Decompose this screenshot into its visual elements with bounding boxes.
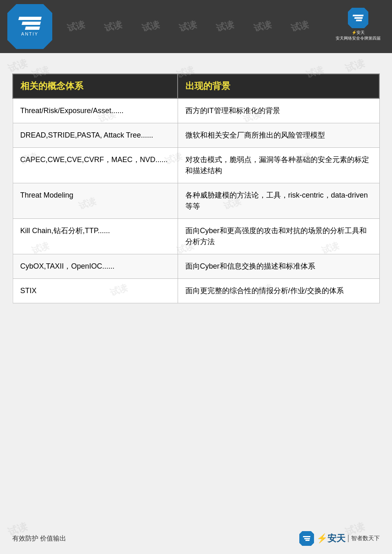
- table-header-row: 相关的概念体系 出现的背景: [13, 74, 379, 98]
- header-watermark-3: 试读: [140, 18, 160, 35]
- table-cell-col1-1: DREAD,STRIDE,PASTA, Attack Tree......: [13, 123, 178, 148]
- table-row: Kill Chain,钻石分析,TTP......面向Cyber和更高强度的攻击…: [13, 219, 379, 254]
- table-cell-col2-5: 面向Cyber和信息交换的描述和标准体系: [178, 254, 379, 279]
- table-cell-col2-3: 各种威胁建模的方法论，工具，risk-centric，data-driven等等: [178, 183, 379, 219]
- badge-line1: ⚡安天: [336, 30, 381, 36]
- header-watermark-7: 试读: [290, 18, 310, 35]
- table-row: STIX面向更完整的综合性的情报分析/作业/交换的体系: [13, 279, 379, 303]
- footer-brand: ⚡安天: [316, 532, 345, 545]
- table-row: Threat Modeling各种威胁建模的方法论，工具，risk-centri…: [13, 183, 379, 219]
- table-row: CAPEC,CWE,CVE,CVRF，MAEC，NVD......对攻击模式，脆…: [13, 148, 379, 183]
- table-row: CybOX,TAXII，OpenIOC......面向Cyber和信息交换的描述…: [13, 254, 379, 279]
- table-cell-col1-2: CAPEC,CWE,CVE,CVRF，MAEC，NVD......: [13, 148, 178, 183]
- main-table: 相关的概念体系 出现的背景 Threat/Risk/Exposure/Asset…: [12, 73, 380, 303]
- header: ANTIY 试读 试读 试读 试读 试读 试读 试读 ⚡安天 安天网络安全令牌第…: [0, 0, 392, 53]
- header-watermark-2: 试读: [103, 18, 123, 35]
- main-content: 试读 试读 试读 试读 试读 试读 试读 试读 试读 试读 试读 试读 试读 试…: [0, 53, 392, 316]
- badge-logo: [348, 8, 368, 28]
- footer-logo: [299, 531, 314, 546]
- table-cell-col1-5: CybOX,TAXII，OpenIOC......: [13, 254, 178, 279]
- footer-logo-stripe-1: [303, 536, 311, 537]
- badge-stripe-1: [353, 15, 364, 16]
- badge-stripe-2: [354, 17, 363, 19]
- badge-text: ⚡安天 安天网络安全令牌第四届: [336, 30, 381, 41]
- footer-left-text: 有效防护 价值输出: [12, 534, 66, 543]
- table-cell-col1-3: Threat Modeling: [13, 183, 178, 219]
- table-cell-col2-0: 西方的IT管理和标准化的背景: [178, 98, 379, 123]
- footer-logo-stripe-3: [305, 540, 310, 541]
- table-cell-col1-0: Threat/Risk/Exposure/Asset......: [13, 98, 178, 123]
- footer: 有效防护 价值输出 ⚡安天 智者数天下: [12, 531, 380, 546]
- header-watermark-5: 试读: [215, 18, 235, 35]
- header-watermark-6: 试读: [252, 18, 273, 35]
- footer-brand-sub: 智者数天下: [348, 535, 380, 542]
- table-cell-col2-1: 微软和相关安全厂商所推出的风险管理模型: [178, 123, 379, 148]
- top-right-badge: ⚡安天 安天网络安全令牌第四届: [332, 4, 385, 45]
- table-row: Threat/Risk/Exposure/Asset......西方的IT管理和…: [13, 98, 379, 123]
- col1-header: 相关的概念体系: [13, 74, 178, 98]
- table-cell-col2-2: 对攻击模式，脆弱点，漏洞等各种基础的安全元素的标定和描述结构: [178, 148, 379, 183]
- table-row: DREAD,STRIDE,PASTA, Attack Tree......微软和…: [13, 123, 379, 148]
- badge-logo-inner: [353, 15, 363, 21]
- header-watermark-4: 试读: [178, 18, 198, 35]
- footer-logo-stripe-2: [304, 538, 310, 539]
- footer-logo-inner: [303, 536, 310, 541]
- footer-brand-text: 安天: [327, 533, 345, 543]
- col2-header: 出现的背景: [178, 74, 379, 98]
- badge-stripe-3: [356, 20, 362, 21]
- table-cell-col2-6: 面向更完整的综合性的情报分析/作业/交换的体系: [178, 279, 379, 303]
- footer-right: ⚡安天 智者数天下: [299, 531, 380, 546]
- table-cell-col2-4: 面向Cyber和更高强度的攻击和对抗的场景的分析工具和分析方法: [178, 219, 379, 254]
- table-cell-col1-6: STIX: [13, 279, 178, 303]
- header-watermark-1: 试读: [66, 18, 86, 35]
- table-cell-col1-4: Kill Chain,钻石分析,TTP......: [13, 219, 178, 254]
- badge-line2: 安天网络安全令牌第四届: [336, 36, 381, 41]
